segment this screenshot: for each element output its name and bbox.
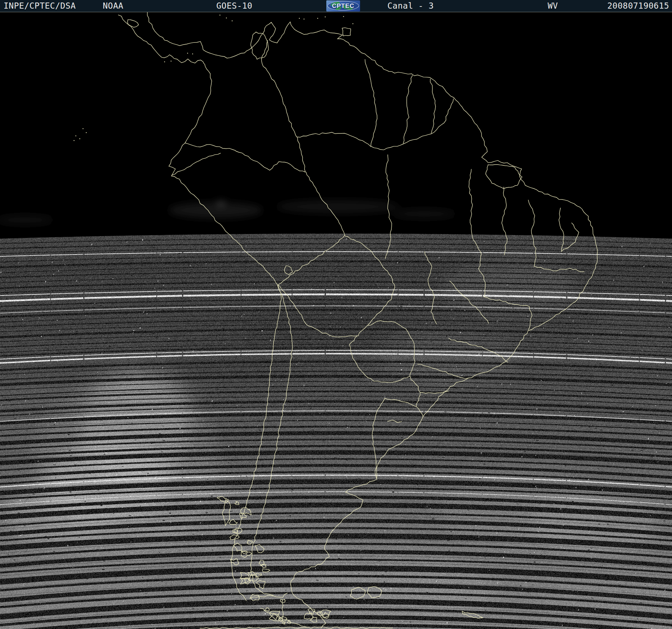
header-satellite-label: GOES-10 xyxy=(216,0,252,12)
cptec-logo-text: CPTEC xyxy=(326,0,360,12)
header-datetime-label: 200807190615 xyxy=(607,0,669,12)
header-agency-label: NOAA xyxy=(103,0,123,12)
satellite-image xyxy=(0,0,672,629)
header-channel-label: Canal - 3 xyxy=(387,0,434,12)
satellite-product-viewer: INPE/CPTEC/DSA NOAA GOES-10 CPTEC Canal … xyxy=(0,0,672,629)
header-bar: INPE/CPTEC/DSA NOAA GOES-10 CPTEC Canal … xyxy=(0,0,672,12)
cptec-logo: CPTEC xyxy=(326,0,360,12)
header-product-label: WV xyxy=(548,0,558,12)
header-source-label: INPE/CPTEC/DSA xyxy=(4,0,76,12)
